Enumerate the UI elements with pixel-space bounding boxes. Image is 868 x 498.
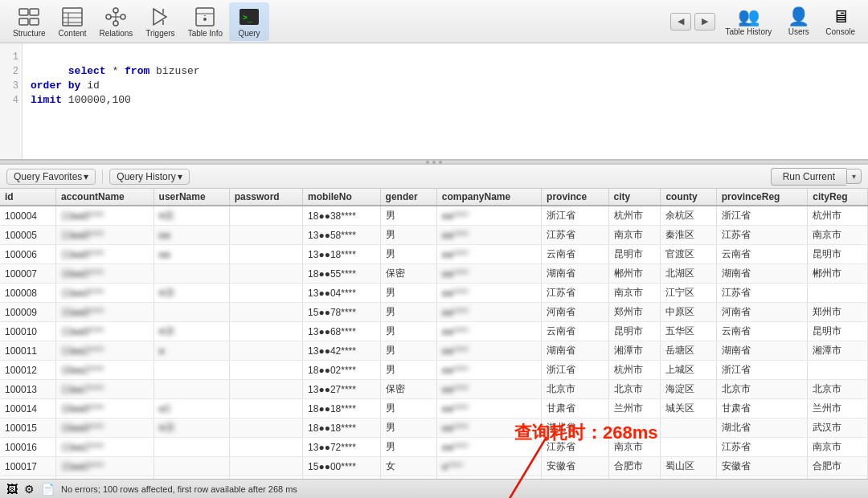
cell-gender: 男 bbox=[380, 206, 436, 226]
cell-password bbox=[229, 245, 302, 264]
table-row[interactable]: 10001715●●0****15●●00****女●****安徽省合肥市蜀山区… bbox=[0, 457, 868, 476]
relations-icon bbox=[104, 6, 127, 28]
table-header-row: idaccountNameuserNamepasswordmobileNogen… bbox=[0, 189, 868, 206]
status-gear-icon[interactable]: ⚙ bbox=[24, 483, 35, 496]
cell-city: 南京市 bbox=[608, 226, 661, 245]
table-row[interactable]: 10000513●●8****●●13●●58****男●●****江苏省南京市… bbox=[0, 226, 868, 245]
toolbar-tableinfo[interactable]: Table Info bbox=[182, 2, 229, 41]
cell-gender: 男 bbox=[380, 399, 436, 418]
cell-userName bbox=[154, 380, 229, 399]
toolbar-content[interactable]: Content bbox=[52, 2, 93, 41]
cell-mobileNo: 13●●18**** bbox=[303, 245, 381, 264]
table-row[interactable]: 10001418●●8****●318●●18****男●●****甘肃省兰州市… bbox=[0, 399, 868, 418]
table-row[interactable]: 10001113●●2****●13●●42****男●●****湖南省湘潭市岳… bbox=[0, 341, 868, 361]
code-input[interactable]: select * from bizuser order by id limit … bbox=[23, 43, 868, 159]
svg-point-12 bbox=[113, 21, 118, 26]
status-export-icon[interactable]: 📄 bbox=[41, 483, 55, 496]
toolbar-triggers[interactable]: Triggers bbox=[139, 2, 181, 41]
cell-id: 100017 bbox=[0, 457, 56, 476]
cell-gender: 男 bbox=[380, 361, 436, 380]
cell-provinceReg: 江苏省 bbox=[716, 226, 808, 245]
cell-county: 上城区 bbox=[661, 361, 716, 380]
results-table-container[interactable]: idaccountNameuserNamepasswordmobileNogen… bbox=[0, 189, 868, 479]
toolbar-console[interactable]: 🖥 Console bbox=[819, 3, 862, 39]
table-row[interactable]: 10001218●●2****18●●02****男●●****浙江省杭州市上城… bbox=[0, 361, 868, 380]
cell-accountName: 13●●8**** bbox=[56, 245, 154, 264]
cell-city: 昆明市 bbox=[608, 245, 661, 264]
cell-city: 南京市 bbox=[608, 438, 661, 457]
toolbar-relations[interactable]: Relations bbox=[93, 2, 140, 41]
run-current-button[interactable]: Run Current bbox=[771, 168, 846, 186]
query-favorites-button[interactable]: Query Favorites ▾ bbox=[6, 169, 96, 185]
cell-provinceReg: 湖北省 bbox=[716, 418, 808, 438]
status-photo-icon[interactable]: 🖼 bbox=[6, 483, 18, 496]
toolbar-relations-label: Relations bbox=[100, 29, 133, 38]
structure-icon bbox=[18, 6, 40, 28]
nav-prev-button[interactable]: ◀ bbox=[670, 13, 691, 31]
table-row[interactable]: 10000813●●4****●凉13●●04****男●●****江苏省南京市… bbox=[0, 284, 868, 303]
cell-password bbox=[229, 264, 302, 284]
cell-password bbox=[229, 457, 302, 476]
toolbar-tablehistory[interactable]: 👥 Table History bbox=[719, 3, 778, 39]
cell-gender: 保密 bbox=[380, 264, 436, 284]
cell-cityReg: 杭州市 bbox=[808, 206, 868, 226]
cell-companyName: ●●**** bbox=[436, 399, 541, 418]
toolbar-tableinfo-label: Table Info bbox=[188, 29, 223, 38]
qbar-sep1 bbox=[102, 169, 103, 184]
cell-provinceReg: 云南省 bbox=[716, 322, 808, 341]
cell-province: 云南省 bbox=[542, 245, 608, 264]
run-dropdown-arrow[interactable]: ▾ bbox=[846, 169, 862, 184]
table-row[interactable]: 10000915●●8****15●●78****男●●****河南省郑州市中原… bbox=[0, 303, 868, 322]
toolbar-query[interactable]: >_ Query bbox=[229, 2, 269, 41]
cell-city bbox=[608, 418, 661, 438]
cell-province: 浙江省 bbox=[542, 206, 608, 226]
svg-rect-4 bbox=[63, 8, 82, 26]
table-row[interactable]: 10000613●●8****●●13●●18****男●●****云南省昆明市… bbox=[0, 245, 868, 264]
cell-county: 城关区 bbox=[661, 399, 716, 418]
col-header-provinceReg: provinceReg bbox=[716, 189, 808, 206]
cell-id: 100015 bbox=[0, 418, 56, 438]
col-header-province: province bbox=[542, 189, 608, 206]
cell-password bbox=[229, 341, 302, 361]
table-row[interactable]: 10001013●●8****●凉13●●68****男●●****云南省昆明市… bbox=[0, 322, 868, 341]
cell-mobileNo: 13●●27**** bbox=[303, 380, 381, 399]
table-row[interactable]: 10001313●●7****13●●27****保密●●****北京市北京市海… bbox=[0, 380, 868, 399]
query-favorites-label: Query Favorites bbox=[14, 171, 82, 182]
cell-userName: ● bbox=[154, 341, 229, 361]
cell-cityReg: 昆明市 bbox=[808, 245, 868, 264]
toolbar-users[interactable]: 👤 Users bbox=[781, 3, 816, 39]
table-row[interactable]: 10000718●●5****18●●55****保密●●****湖南省郴州市北… bbox=[0, 264, 868, 284]
nav-next-button[interactable]: ▶ bbox=[694, 13, 715, 31]
cell-userName: ●凉 bbox=[154, 418, 229, 438]
cell-mobileNo: 15●●78**** bbox=[303, 303, 381, 322]
table-row[interactable]: 10000413●●8****●反18●●38****男●●****浙江省杭州市… bbox=[0, 206, 868, 226]
cell-userName bbox=[154, 457, 229, 476]
cell-companyName: ●●**** bbox=[436, 264, 541, 284]
toolbar-content-label: Content bbox=[59, 29, 87, 38]
cell-provinceReg: 湖南省 bbox=[716, 341, 808, 361]
cell-cityReg bbox=[808, 361, 868, 380]
col-header-county: county bbox=[661, 189, 716, 206]
toolbar-query-label: Query bbox=[238, 29, 260, 38]
cell-mobileNo: 18●●55**** bbox=[303, 264, 381, 284]
cell-gender: 保密 bbox=[380, 380, 436, 399]
table-row[interactable]: 10001613●●2****13●●72****男●●****江苏省南京市江苏… bbox=[0, 438, 868, 457]
toolbar-triggers-label: Triggers bbox=[145, 29, 174, 38]
cell-county: 秦淮区 bbox=[661, 226, 716, 245]
cell-provinceReg: 北京市 bbox=[716, 380, 808, 399]
table-row[interactable]: 10001518●●8****●凉18●●18****男●●****湖北省湖北省… bbox=[0, 418, 868, 438]
console-icon: 🖥 bbox=[832, 6, 850, 27]
cell-userName bbox=[154, 438, 229, 457]
toolbar-structure[interactable]: Structure bbox=[6, 2, 52, 41]
svg-point-10 bbox=[113, 8, 118, 13]
cell-id: 100013 bbox=[0, 380, 56, 399]
cell-id: 100008 bbox=[0, 284, 56, 303]
cell-provinceReg: 浙江省 bbox=[716, 206, 808, 226]
cell-province: 湖北省 bbox=[542, 418, 608, 438]
query-history-button[interactable]: Query History ▾ bbox=[109, 169, 189, 185]
cell-gender: 男 bbox=[380, 284, 436, 303]
cell-provinceReg: 江苏省 bbox=[716, 438, 808, 457]
cell-password bbox=[229, 380, 302, 399]
cell-password bbox=[229, 399, 302, 418]
cell-city: 合肥市 bbox=[608, 457, 661, 476]
